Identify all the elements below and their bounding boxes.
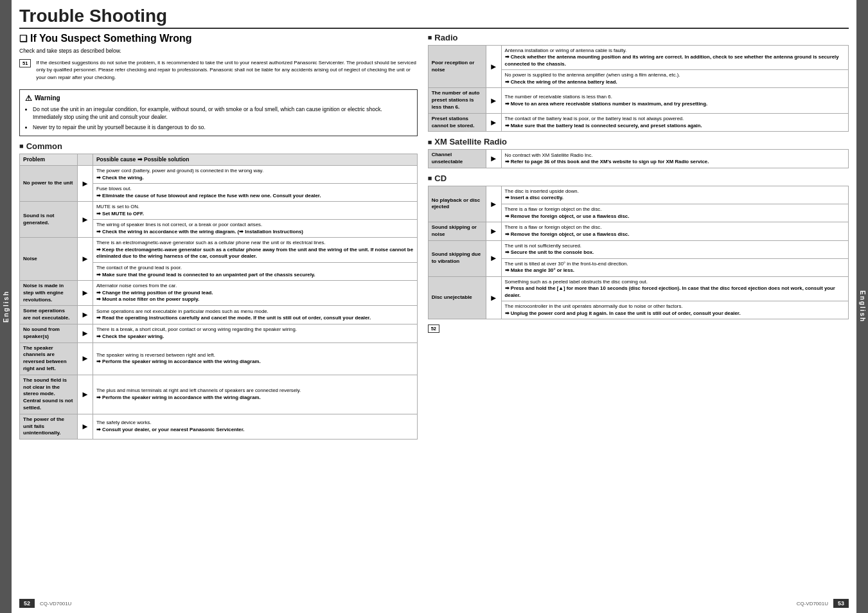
warning-list: Do not use the unit in an irregular cond… [25,105,412,132]
table-row: Sound is not generated.►MUTE is set to O… [20,202,418,220]
arrow-cell: ► [78,375,93,414]
warning-item-1: Do not use the unit in an irregular cond… [33,105,412,122]
xm-section: XM Satellite Radio Channel unselectable►… [428,137,849,168]
arrow-cell: ► [78,342,93,375]
radio-table: Poor reception or noise►Antenna installa… [428,45,849,132]
problem-cell: Preset stations cannot be stored. [428,113,486,132]
solution-cell: The contact of the battery lead is poor,… [501,113,848,132]
table-row: Some operations are not executable.►Some… [20,306,418,324]
header-arrow [78,154,93,165]
arrow-cell: ► [486,150,501,168]
page-title: Trouble Shooting [19,6,849,26]
model-left: CQ-VD7001U [40,601,71,607]
common-heading: Common [19,141,418,151]
arrow-cell: ► [486,222,501,241]
arrow-cell: ► [486,240,501,276]
solution-cell: No contract with XM Satellite Radio Inc.… [501,150,848,168]
arrow-cell: ► [78,306,93,324]
solution-cell: There is a flaw or foreign object on the… [501,204,848,222]
solution-cell: MUTE is set to ON.➡ Set MUTE to OFF. [93,202,417,220]
arrow-cell: ► [486,113,501,132]
xm-table: Channel unselectable►No contract with XM… [428,149,849,168]
arrow-cell: ► [78,281,93,306]
solution-cell: There is an electromagnetic-wave generat… [93,238,417,263]
problem-cell: Sound skipping due to vibration [428,240,486,276]
solution-cell: There is a flaw or foreign object on the… [501,222,848,241]
check-text: Check and take steps as described below. [19,47,418,55]
solution-cell: The safety device works.➡ Consult your d… [93,414,417,439]
table-row: Preset stations cannot be stored.►The co… [428,113,848,132]
table-row: No sound from speaker(s)►There is a brea… [20,324,418,343]
solution-cell: The wiring of speaker lines is not corre… [93,220,417,238]
arrow-cell: ► [78,414,93,439]
table-row: Noise is made in step with engine revolu… [20,281,418,306]
header-solution: Possible cause ➡ Possible solution [93,154,417,165]
suspect-section: If You Suspect Something Wrong Check and… [19,33,418,136]
table-row: The power of the unit fails unintentiona… [20,414,418,439]
arrow-cell: ► [78,202,93,238]
problem-cell: The number of auto preset stations is le… [428,88,486,113]
radio-heading: Radio [428,33,849,42]
problem-cell: No playback or disc ejected [428,186,486,222]
problem-cell: Channel unselectable [428,150,486,168]
arrow-cell: ► [78,238,93,281]
table-row: Poor reception or noise►Antenna installa… [428,45,848,70]
problem-cell: Some operations are not executable. [20,306,78,324]
arrow-cell: ► [486,186,501,222]
problem-cell: The sound field is not clear in the ster… [20,375,78,414]
table-row: Noise►There is an electromagnetic-wave g… [20,238,418,263]
page-header: Trouble Shooting [19,6,849,29]
solution-cell: No power is supplied to the antenna ampl… [501,70,848,88]
problem-cell: Poor reception or noise [428,45,486,88]
problem-cell: Disc unejectable [428,276,486,319]
right-side-tab: English [856,0,868,613]
warning-box: ⚠ Warning Do not use the unit in an irre… [19,89,418,136]
common-table-header: Problem Possible cause ➡ Possible soluti… [20,154,418,165]
warning-item-2: Never try to repair the unit by yourself… [33,123,412,132]
table-row: The speaker channels are reversed betwee… [20,342,418,375]
arrow-cell: ► [486,88,501,113]
table-row: Sound skipping due to vibration►The unit… [428,240,848,258]
left-side-tab: English [0,0,12,613]
problem-cell: The speaker channels are reversed betwee… [20,342,78,375]
arrow-cell: ► [78,324,93,343]
table-row: Channel unselectable►No contract with XM… [428,150,848,168]
header-problem: Problem [20,154,78,165]
problem-cell: Noise is made in step with engine revolu… [20,281,78,306]
solution-cell: Something such as a peeled label obstruc… [501,276,848,301]
arrow-cell: ► [486,45,501,88]
table-row: No playback or disc ejected►The disc is … [428,186,848,204]
problem-cell: Sound skipping or noise [428,222,486,241]
cd-heading: CD [428,173,849,183]
xm-heading: XM Satellite Radio [428,137,849,147]
solution-cell: The disc is inserted upside down.➡ Inser… [501,186,848,204]
radio-section: Radio Poor reception or noise►Antenna in… [428,33,849,132]
cd-table: No playback or disc ejected►The disc is … [428,186,849,319]
warning-title: ⚠ Warning [25,94,412,103]
solution-cell: The number of receivable stations is les… [501,88,848,113]
solution-cell: The power cord (battery, power and groun… [93,166,417,184]
badge-left: 51 [19,59,31,67]
problem-cell: No power to the unit [20,166,78,202]
page-footer: 52 CQ-VD7001U CQ-VD7001U 53 [19,599,849,608]
arrow-cell: ► [486,276,501,319]
model-right: CQ-VD7001U [797,601,828,607]
common-table: Problem Possible cause ➡ Possible soluti… [19,154,418,440]
problem-cell: No sound from speaker(s) [20,324,78,343]
solution-cell: Some operations are not executable in pa… [93,306,417,324]
table-row: No power to the unit►The power cord (bat… [20,166,418,184]
problem-cell: Sound is not generated. [20,202,78,238]
intro-paragraph: If the described suggestions do not solv… [36,59,417,82]
badge-right: 52 [428,324,439,333]
page-num-right: 53 [833,599,849,608]
solution-cell: The unit is tilted at over 30° in the fr… [501,258,848,276]
solution-cell: The microcontroller in the unit operates… [501,301,848,319]
problem-cell: Noise [20,238,78,281]
solution-cell: The plus and minus terminals at right an… [93,375,417,414]
table-row: The number of auto preset stations is le… [428,88,848,113]
common-section: Common Problem Possible cause ➡ Possible… [19,141,418,440]
arrow-cell: ► [78,166,93,202]
solution-cell: There is a break, a short circuit, poor … [93,324,417,343]
table-row: Disc unejectable►Something such as a pee… [428,276,848,301]
solution-cell: The speaker wiring is reversed between r… [93,342,417,375]
